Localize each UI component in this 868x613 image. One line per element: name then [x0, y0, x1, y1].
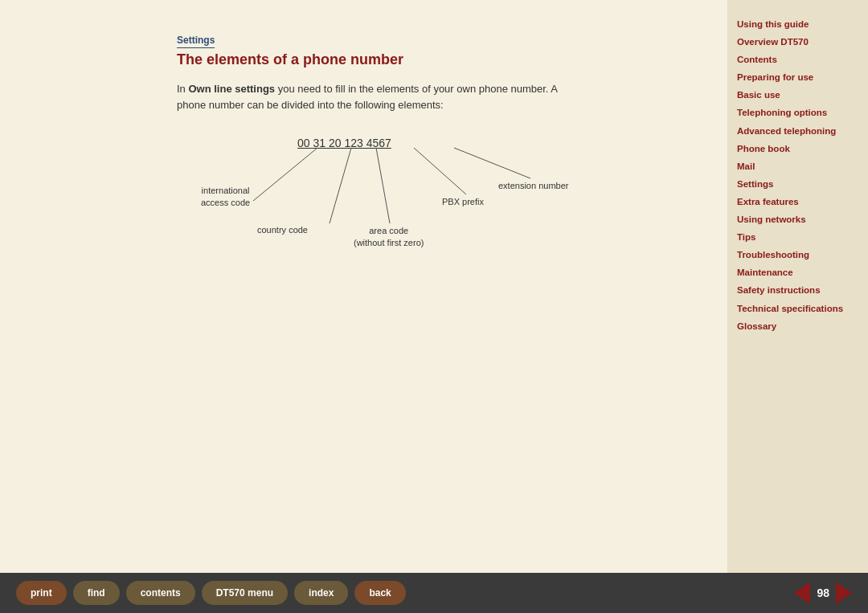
intro-text: In Own line settings you need to fill in…	[177, 81, 563, 112]
sidebar-item-phone-book[interactable]: Phone book	[737, 141, 858, 157]
next-page-arrow[interactable]	[836, 582, 852, 604]
settings-label: Settings	[177, 35, 215, 48]
dt570-menu-button[interactable]: DT570 menu	[202, 581, 288, 605]
print-button[interactable]: print	[16, 581, 67, 605]
sidebar-item-technical-specifications[interactable]: Technical specifications	[737, 300, 858, 317]
diagram-svg	[193, 137, 595, 297]
page-navigation: 98	[794, 582, 852, 604]
svg-line-1	[330, 148, 351, 223]
svg-line-2	[376, 148, 390, 223]
sidebar-item-using-this-guide[interactable]: Using this guide	[737, 16, 858, 32]
label-country-code: country code	[257, 225, 308, 235]
sidebar-item-basic-use[interactable]: Basic use	[737, 87, 858, 103]
sidebar: Using this guide Overview DT570 Contents…	[727, 0, 868, 573]
find-button[interactable]: find	[73, 581, 120, 605]
sidebar-item-telephoning-options[interactable]: Telephoning options	[737, 104, 858, 121]
sidebar-item-extra-features[interactable]: Extra features	[737, 194, 858, 210]
label-area-code: area code(without first zero)	[354, 225, 424, 250]
svg-line-3	[414, 148, 466, 194]
prev-page-arrow[interactable]	[794, 582, 810, 604]
diagram-area: 00 31 20 123 4567 internationalaccess co…	[193, 137, 595, 297]
sidebar-item-mail[interactable]: Mail	[737, 158, 858, 174]
label-extension-number: extension number	[498, 181, 568, 190]
sidebar-item-tips[interactable]: Tips	[737, 229, 858, 245]
svg-line-4	[454, 148, 530, 178]
content-panel: Settings The elements of a phone number …	[0, 0, 727, 573]
back-button[interactable]: back	[354, 581, 405, 605]
sidebar-item-settings[interactable]: Settings	[737, 176, 858, 192]
svg-line-0	[253, 148, 317, 201]
sidebar-item-safety-instructions[interactable]: Safety instructions	[737, 282, 858, 298]
sidebar-item-preparing-for-use[interactable]: Preparing for use	[737, 69, 858, 85]
page-number: 98	[817, 586, 829, 599]
index-button[interactable]: index	[294, 581, 348, 605]
sidebar-item-contents[interactable]: Contents	[737, 51, 858, 67]
sidebar-item-overview-dt570[interactable]: Overview DT570	[737, 34, 858, 50]
bottom-bar: print find contents DT570 menu index bac…	[0, 573, 868, 613]
sidebar-item-using-networks[interactable]: Using networks	[737, 211, 858, 227]
contents-button[interactable]: contents	[126, 581, 195, 605]
sidebar-item-advanced-telephoning[interactable]: Advanced telephoning	[737, 123, 858, 139]
sidebar-item-maintenance[interactable]: Maintenance	[737, 264, 858, 280]
page-title: The elements of a phone number	[177, 51, 703, 68]
label-international-access: internationalaccess code	[201, 185, 250, 210]
main-area: Settings The elements of a phone number …	[0, 0, 868, 573]
sidebar-item-troubleshooting[interactable]: Troubleshooting	[737, 247, 858, 263]
sidebar-item-glossary[interactable]: Glossary	[737, 318, 858, 334]
label-pbx-prefix: PBX prefix	[442, 197, 484, 206]
intro-bold: Own line settings	[188, 83, 275, 95]
